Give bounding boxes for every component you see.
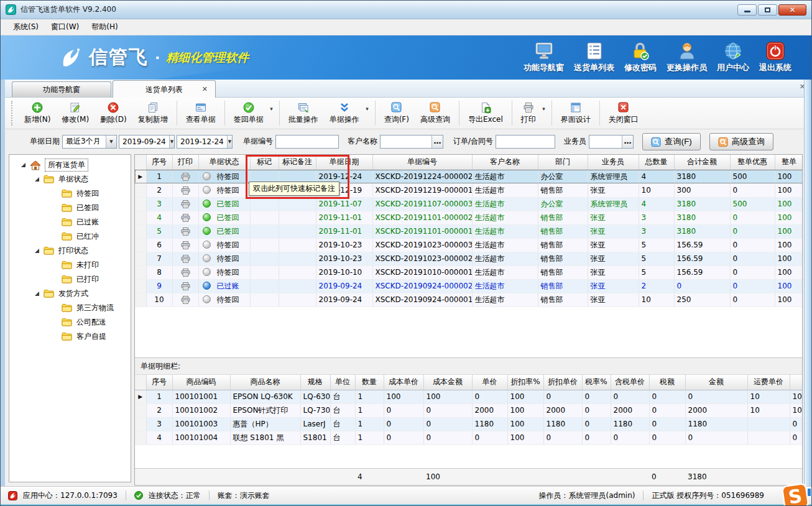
column-header[interactable]: 折扣率% — [507, 375, 543, 390]
column-header[interactable]: 标记 — [250, 155, 279, 170]
column-header[interactable]: 序号 — [146, 375, 172, 390]
column-header[interactable]: 运费单价 — [747, 375, 790, 390]
cell-mark-note[interactable] — [279, 265, 316, 279]
cell-print[interactable] — [172, 293, 198, 306]
table-row[interactable]: 8待签回2019-10-10XSCKD-20191010-000001生活超市销… — [135, 265, 803, 279]
expand-triangle-icon[interactable] — [34, 248, 40, 254]
column-header[interactable]: 成本单价 — [384, 375, 423, 390]
column-header[interactable]: 数量 — [355, 375, 384, 390]
detail-row[interactable]: ▶1100101001EPSON LQ-630KLQ-630台110010001… — [135, 390, 803, 403]
bill-no-input[interactable] — [275, 135, 339, 149]
cell-mark-note[interactable] — [279, 197, 316, 211]
column-header[interactable]: 商品编码 — [172, 375, 230, 390]
column-header[interactable]: 序号 — [146, 155, 172, 170]
banner-tool-switch-operator[interactable]: 更换操作员 — [667, 42, 707, 73]
column-header[interactable]: 规格 — [300, 375, 330, 390]
cell-mark[interactable] — [250, 197, 279, 211]
banner-tool-change-password[interactable]: 修改密码 — [624, 42, 657, 73]
column-header[interactable]: 成本金额 — [423, 375, 472, 390]
tree-item-not-printed[interactable]: 未打印 — [9, 258, 131, 272]
cell-print[interactable] — [172, 279, 198, 293]
column-header[interactable]: 单位 — [330, 375, 355, 390]
tree-item-reversed[interactable]: 已红冲 — [9, 229, 131, 244]
customer-picker-button[interactable]: … — [431, 136, 443, 148]
date-to-combo[interactable]: 2019-12-24 ▼ — [177, 135, 233, 149]
toolbar-button-delete[interactable]: 删除(D) — [95, 100, 132, 127]
dropdown-caret-icon[interactable]: ▾ — [542, 106, 545, 112]
column-header[interactable]: 单据状态 — [198, 155, 250, 170]
table-row[interactable]: ▶1待签回2019-12-24XSCKD-20191224-000002生活超市… — [135, 170, 803, 183]
column-header[interactable]: 单据编号 — [372, 155, 472, 170]
cell-mark[interactable] — [250, 224, 279, 238]
tree-item-printed[interactable]: 已打印 — [9, 272, 131, 287]
column-header[interactable]: 合计金额 — [674, 155, 730, 170]
salesman-picker-button[interactable]: … — [622, 136, 633, 148]
column-header[interactable]: 商品名称 — [230, 375, 300, 390]
date-from-combo[interactable]: 2019-09-24 ▼ — [119, 135, 175, 149]
column-header[interactable]: 总数量 — [639, 155, 674, 170]
banner-tool-exit-system[interactable]: 退出系统 — [759, 42, 791, 73]
cell-print[interactable] — [172, 238, 198, 252]
cell-mark-note[interactable] — [279, 279, 316, 293]
cell-mark[interactable] — [250, 293, 279, 306]
cell-mark[interactable] — [250, 238, 279, 252]
cell-mark-note[interactable] — [279, 238, 316, 252]
cell-mark-note[interactable] — [279, 252, 316, 265]
column-header[interactable]: 折扣单价 — [543, 375, 582, 390]
toolbar-button-batch-ops[interactable]: 批量操作 — [283, 100, 324, 127]
toolbar-button-print[interactable]: 打印▾ — [515, 100, 548, 127]
cell-print[interactable] — [172, 252, 198, 265]
expand-triangle-icon[interactable] — [34, 177, 40, 182]
tree-item-posted[interactable]: 已过账 — [9, 215, 131, 229]
toolbar-button-ui-design[interactable]: 界面设计 — [555, 100, 596, 127]
query-button[interactable]: 查询(F) — [642, 133, 701, 150]
table-row[interactable]: 9已过账2019-09-24XSCKD-20190924-000002生活超市销… — [135, 279, 803, 293]
toolbar-button-view-bill[interactable]: 查看单据 — [180, 100, 221, 127]
toolbar-button-query[interactable]: 查询(F) — [379, 100, 415, 127]
table-row[interactable]: 10待签回2019-09-24XSCKD-20190924-000001生活超市… — [135, 293, 803, 306]
tree-item-self-pickup[interactable]: 客户自提 — [9, 329, 131, 344]
detail-row[interactable]: 3100101003惠普（HP）LaserJ台10011801001180011… — [135, 417, 803, 431]
banner-tool-user-center[interactable]: 用户中心 — [717, 42, 749, 73]
tree-item-company-delivery[interactable]: 公司配送 — [9, 315, 131, 329]
delivery-table[interactable]: 序号打印单据状态标记标记备注单据日期单据编号客户名称部门业务员总数量合计金额整单… — [135, 155, 803, 307]
cell-mark[interactable] — [250, 265, 279, 279]
menu-item-window[interactable]: 窗口(W) — [45, 20, 85, 34]
maximize-button[interactable] — [758, 4, 777, 16]
expand-triangle-icon[interactable] — [21, 162, 26, 168]
cell-print[interactable] — [172, 265, 198, 279]
toolbar-button-adv-query[interactable]: 高级查询 — [415, 100, 456, 127]
table-row[interactable]: 5已签回2019-11-01XSCKD-20191101-000001生活超市销… — [135, 224, 803, 238]
detail-table[interactable]: 序号商品编码商品名称规格单位数量成本单价成本金额单价折扣率%折扣单价税率%含税单… — [135, 375, 803, 445]
tree-item-bill-status[interactable]: 单据状态 — [9, 172, 131, 186]
column-header[interactable]: 税率% — [582, 375, 611, 390]
tab-delivery-list[interactable]: 送货单列表 ✕ — [113, 80, 216, 98]
banner-tool-nav-window[interactable]: 功能导航窗 — [524, 42, 564, 73]
banner-tool-delivery-list[interactable]: 送货单列表 — [574, 42, 614, 73]
toolbar-button-bill-ops[interactable]: 单据操作▾ — [324, 100, 372, 127]
cell-print[interactable] — [172, 211, 198, 224]
adv-query-button[interactable]: 高级查询 — [709, 133, 773, 150]
toolbar-grip-handle[interactable] — [11, 101, 14, 126]
table-row[interactable]: 2待签回2019-12-19XSCKD-20191219-000001生活超市销… — [135, 183, 803, 197]
vertical-scrollbar[interactable] — [804, 80, 810, 486]
cell-print[interactable] — [172, 183, 198, 197]
tab-close-icon[interactable]: ✕ — [202, 81, 208, 98]
toolbar-button-sign-back[interactable]: 签回单据▾ — [228, 100, 276, 127]
tree-item-wait-sign[interactable]: 待签回 — [9, 186, 131, 201]
toolbar-button-edit[interactable]: 修改(M) — [56, 100, 95, 127]
salesman-input[interactable] — [589, 136, 622, 147]
order-input[interactable] — [496, 135, 555, 149]
menu-item-help[interactable]: 帮助(H) — [85, 20, 124, 34]
tree-item-third-party[interactable]: 第三方物流 — [9, 301, 131, 315]
customer-input[interactable] — [381, 136, 431, 147]
cell-mark[interactable] — [250, 252, 279, 265]
toolbar-button-close-window[interactable]: 关闭窗口 — [603, 100, 644, 127]
date-preset-combo[interactable]: 最近3个月 ▼ — [62, 135, 117, 149]
column-header[interactable]: 业务员 — [588, 155, 639, 170]
column-header[interactable]: 整单 — [775, 155, 803, 170]
cell-mark[interactable] — [250, 211, 279, 224]
cell-mark[interactable] — [250, 279, 279, 293]
tree-item-all-delivery[interactable]: 所有送货单 — [9, 158, 131, 172]
column-header[interactable]: 税额 — [649, 375, 685, 390]
